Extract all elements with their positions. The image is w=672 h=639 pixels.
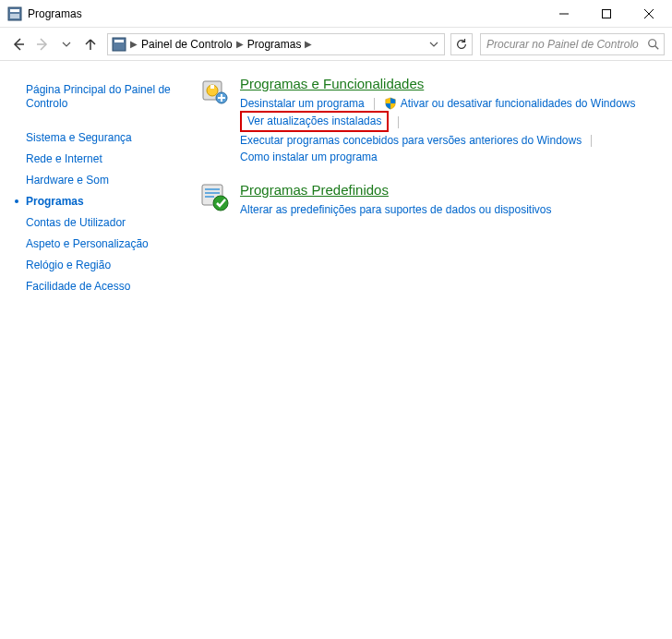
address-dropdown[interactable] bbox=[426, 40, 442, 49]
section-programs-features: Programas e Funcionalidades Desinstalar … bbox=[199, 76, 657, 165]
section-default-programs: Programas Predefinidos Alterar as predef… bbox=[199, 182, 657, 218]
app-icon bbox=[7, 6, 22, 21]
sidebar-item-clock[interactable]: Relógio e Região bbox=[26, 255, 181, 276]
svg-rect-1 bbox=[10, 9, 19, 12]
highlight-annotation: Ver atualizações instaladas bbox=[240, 111, 389, 132]
forward-button[interactable] bbox=[31, 33, 54, 55]
task-howto-install[interactable]: Como instalar um programa bbox=[240, 149, 378, 165]
section-title-defaults[interactable]: Programas Predefinidos bbox=[240, 182, 657, 198]
task-view-updates[interactable]: Ver atualizações instaladas bbox=[247, 115, 381, 127]
task-separator bbox=[398, 116, 399, 128]
breadcrumb-item[interactable]: Painel de Controlo bbox=[141, 38, 233, 51]
programs-features-icon bbox=[199, 76, 229, 105]
minimize-button[interactable] bbox=[543, 0, 585, 28]
section-title-programs[interactable]: Programas e Funcionalidades bbox=[240, 76, 657, 91]
control-panel-icon bbox=[112, 37, 126, 52]
task-windows-features[interactable]: Ativar ou desativar funcionalidades do W… bbox=[401, 95, 636, 112]
sidebar: Página Principal do Painel de Controlo S… bbox=[7, 76, 192, 297]
svg-rect-15 bbox=[210, 85, 214, 89]
back-button[interactable] bbox=[7, 33, 30, 55]
up-button[interactable] bbox=[79, 33, 102, 55]
sidebar-item-accounts[interactable]: Contas de Utilizador bbox=[26, 212, 181, 234]
window-controls bbox=[543, 0, 670, 28]
svg-rect-4 bbox=[603, 9, 611, 18]
window-title: Programas bbox=[28, 7, 543, 20]
sidebar-item-ease[interactable]: Facilidade de Acesso bbox=[26, 276, 181, 297]
content-area: Página Principal do Painel de Controlo S… bbox=[0, 61, 672, 305]
refresh-button[interactable] bbox=[450, 33, 473, 55]
maximize-button[interactable] bbox=[585, 0, 628, 28]
svg-rect-20 bbox=[205, 196, 214, 198]
svg-line-12 bbox=[655, 45, 659, 49]
search-box[interactable] bbox=[480, 33, 665, 55]
titlebar: Programas bbox=[0, 0, 672, 28]
crumb-sep-icon[interactable]: ▶ bbox=[236, 39, 244, 49]
sidebar-item-hardware[interactable]: Hardware e Som bbox=[26, 170, 181, 191]
crumb-sep-icon[interactable]: ▶ bbox=[305, 39, 312, 49]
history-dropdown[interactable] bbox=[55, 33, 78, 55]
svg-rect-18 bbox=[205, 188, 220, 190]
search-input[interactable] bbox=[485, 37, 647, 52]
breadcrumb-item[interactable]: Programas bbox=[247, 38, 302, 51]
task-separator bbox=[374, 98, 375, 110]
address-bar[interactable]: ▶ Painel de Controlo ▶ Programas ▶ bbox=[107, 33, 445, 55]
task-compat[interactable]: Executar programas concebidos para versõ… bbox=[240, 132, 582, 149]
sidebar-home[interactable]: Página Principal do Painel de Controlo bbox=[26, 79, 181, 115]
shield-icon bbox=[384, 97, 397, 110]
svg-point-11 bbox=[649, 39, 656, 46]
search-icon[interactable] bbox=[647, 38, 660, 51]
sidebar-item-programs[interactable]: Programas bbox=[26, 191, 181, 212]
nav-toolbar: ▶ Painel de Controlo ▶ Programas ▶ bbox=[0, 28, 672, 61]
main-panel: Programas e Funcionalidades Desinstalar … bbox=[192, 76, 665, 297]
svg-rect-2 bbox=[10, 14, 19, 18]
task-separator bbox=[591, 135, 592, 147]
svg-rect-19 bbox=[205, 192, 220, 194]
task-uninstall[interactable]: Desinstalar um programa bbox=[240, 95, 365, 112]
task-change-defaults[interactable]: Alterar as predefinições para suportes d… bbox=[240, 201, 552, 218]
svg-rect-10 bbox=[114, 40, 124, 42]
default-programs-icon bbox=[199, 182, 229, 211]
close-button[interactable] bbox=[628, 0, 670, 28]
sidebar-item-network[interactable]: Rede e Internet bbox=[26, 149, 181, 170]
sidebar-item-appearance[interactable]: Aspeto e Personalização bbox=[26, 234, 181, 255]
crumb-sep-icon[interactable]: ▶ bbox=[130, 39, 138, 49]
sidebar-item-system[interactable]: Sistema e Segurança bbox=[26, 127, 181, 149]
